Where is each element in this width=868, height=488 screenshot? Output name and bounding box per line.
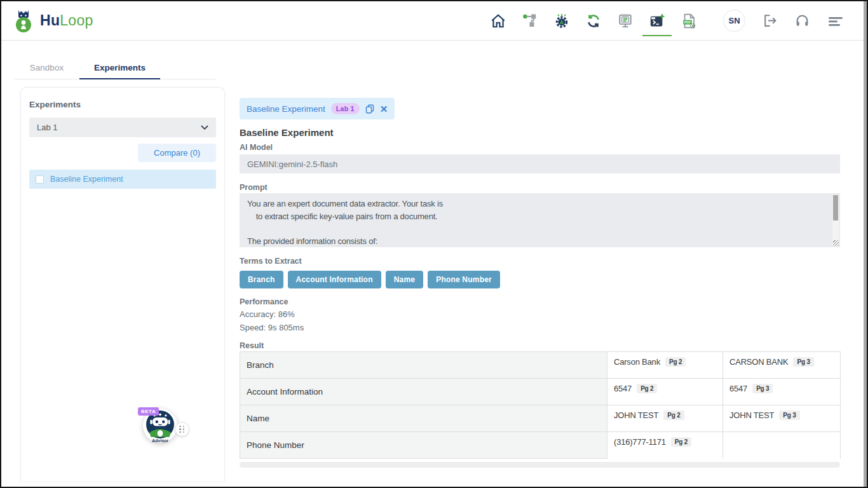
- brand-loop: Loop: [60, 12, 93, 29]
- result-value: JOHN TEST: [729, 410, 774, 420]
- table-row: Branch Carson BankPg 2 CARSON BANKPg 3: [240, 352, 841, 379]
- table-row: Phone Number (316)777-1171Pg 2: [240, 432, 841, 459]
- accuracy-value: Accuracy: 86%: [240, 309, 840, 320]
- tab-experiments[interactable]: Experiments: [79, 63, 160, 79]
- table-row: Account Information 6547Pg 2 6547Pg 3: [240, 379, 841, 405]
- prompt-label: Prompt: [240, 183, 840, 192]
- terms-chip-row: Branch Account Information Name Phone Nu…: [240, 271, 840, 288]
- result-value-cell: JOHN TESTPg 2: [607, 405, 723, 432]
- textarea-resize-handle[interactable]: [833, 240, 839, 246]
- result-value: 6547: [729, 384, 747, 393]
- speed-value: Speed: 9s 805ms: [240, 322, 840, 333]
- page-badge: Pg 2: [637, 384, 657, 393]
- lab-select-value: Lab 1: [37, 123, 58, 132]
- page-badge: Pg 3: [779, 410, 799, 420]
- advisor-drag-handle[interactable]: [175, 422, 189, 437]
- svg-text:PDF: PDF: [684, 20, 692, 24]
- ai-model-field[interactable]: GEMINI:gemini-2.5-flash: [240, 154, 840, 173]
- page-badge: Pg 3: [752, 384, 773, 393]
- page-badge: Pg 2: [665, 357, 686, 367]
- huloop-logo-icon: [13, 8, 34, 34]
- experiment-list-item[interactable]: Baseline Experiment: [29, 170, 216, 189]
- result-value: (316)777-1171: [614, 437, 666, 447]
- page-badge: Pg 3: [793, 357, 813, 367]
- result-term: Name: [240, 405, 607, 432]
- result-label: Result: [240, 341, 840, 350]
- lab-badge: Lab 1: [331, 103, 360, 114]
- experiment-checkbox[interactable]: [36, 175, 44, 184]
- menu-icon[interactable]: [827, 13, 844, 29]
- ai-model-value: GEMINI:gemini-2.5-flash: [247, 159, 337, 169]
- result-term: Phone Number: [240, 432, 607, 459]
- result-value-cell: Carson BankPg 2: [607, 352, 723, 379]
- advisor-label: Advisor: [143, 438, 177, 443]
- result-value: Carson Bank: [614, 357, 660, 367]
- page-badge: Pg 2: [663, 410, 684, 420]
- top-navbar: HuLoop: [1, 1, 864, 41]
- result-term: Account Information: [240, 379, 607, 405]
- copy-icon[interactable]: [365, 104, 374, 114]
- result-value-cell: JOHN TESTPg 3: [723, 405, 841, 432]
- experiments-sidebar: Experiments Lab 1 Compare (0) Baseline E…: [20, 87, 225, 481]
- brand-text: HuLoop: [40, 12, 93, 29]
- tab-sandbox[interactable]: Sandbox: [14, 63, 79, 79]
- sync-icon[interactable]: [585, 1, 602, 40]
- terms-label: Terms to Extract: [240, 257, 840, 266]
- headset-icon[interactable]: [794, 13, 810, 29]
- term-chip[interactable]: Phone Number: [428, 271, 500, 288]
- brand-hu: Hu: [40, 12, 60, 29]
- result-term: Branch: [240, 352, 607, 379]
- huloop-logo[interactable]: HuLoop: [13, 8, 93, 34]
- experiment-item-label: Baseline Experiment: [50, 175, 123, 184]
- performance-label: Performance: [240, 297, 840, 306]
- tab-bar: Sandbox Experiments: [14, 63, 215, 79]
- chevron-down-icon: [201, 125, 208, 130]
- navbar-user-group: SN: [723, 10, 844, 32]
- result-value: 6547: [614, 384, 632, 393]
- beta-badge: BETA: [138, 407, 159, 416]
- result-value-cell: (316)777-1171Pg 2: [607, 432, 723, 459]
- result-value: CARSON BANK: [729, 357, 788, 367]
- prompt-scrollbar-track[interactable]: [832, 194, 839, 246]
- sidebar-heading: Experiments: [29, 100, 216, 109]
- avatar[interactable]: SN: [723, 10, 745, 32]
- term-chip[interactable]: Account Information: [288, 271, 381, 288]
- result-value-cell: 6547Pg 2: [607, 379, 723, 405]
- term-chip[interactable]: Name: [386, 271, 423, 288]
- result-value-cell: 6547Pg 3: [723, 379, 841, 405]
- avatar-initials: SN: [728, 16, 740, 25]
- home-icon[interactable]: [489, 1, 507, 40]
- experiment-detail-panel: Baseline Experiment Lab 1 ✕ Baseline Exp…: [240, 90, 840, 468]
- prompt-textarea[interactable]: You are an expert document data extracto…: [240, 193, 840, 247]
- result-table: Branch Carson BankPg 2 CARSON BANKPg 3 A…: [240, 351, 841, 459]
- page-badge: Pg 2: [671, 437, 691, 447]
- experiment-chip[interactable]: Baseline Experiment Lab 1 ✕: [240, 98, 395, 119]
- result-value-cell: CARSON BANKPg 3: [723, 352, 841, 379]
- ai-model-label: AI Model: [240, 143, 840, 152]
- experiments-terminal-icon[interactable]: [648, 1, 666, 40]
- ai-settings-icon[interactable]: [553, 1, 571, 40]
- table-horizontal-scrollbar[interactable]: [240, 462, 840, 468]
- result-value-cell: [723, 432, 841, 459]
- lab-select[interactable]: Lab 1: [29, 118, 216, 137]
- prompt-scrollbar-thumb[interactable]: [833, 195, 838, 220]
- prompt-field-wrap: You are an expert document data extracto…: [240, 193, 840, 247]
- logout-icon[interactable]: [762, 13, 778, 29]
- compare-button[interactable]: Compare (0): [138, 144, 216, 162]
- window-right-edge: [864, 1, 867, 487]
- compare-row: Compare (0): [29, 144, 216, 162]
- result-value: JOHN TEST: [614, 410, 658, 420]
- experiment-title: Baseline Experiment: [240, 127, 840, 138]
- drag-dots-icon: [179, 426, 185, 433]
- app-window: HuLoop: [0, 0, 868, 488]
- workflow-icon[interactable]: [521, 1, 539, 40]
- documentation-icon[interactable]: [616, 1, 634, 40]
- table-row: Name JOHN TESTPg 2 JOHN TESTPg 3: [240, 405, 841, 432]
- term-chip[interactable]: Branch: [240, 271, 283, 288]
- navbar-icon-group: PDF: [489, 1, 698, 40]
- close-icon[interactable]: ✕: [380, 104, 388, 114]
- experiment-chip-label: Baseline Experiment: [247, 104, 325, 114]
- pdf-export-icon[interactable]: PDF: [680, 1, 698, 40]
